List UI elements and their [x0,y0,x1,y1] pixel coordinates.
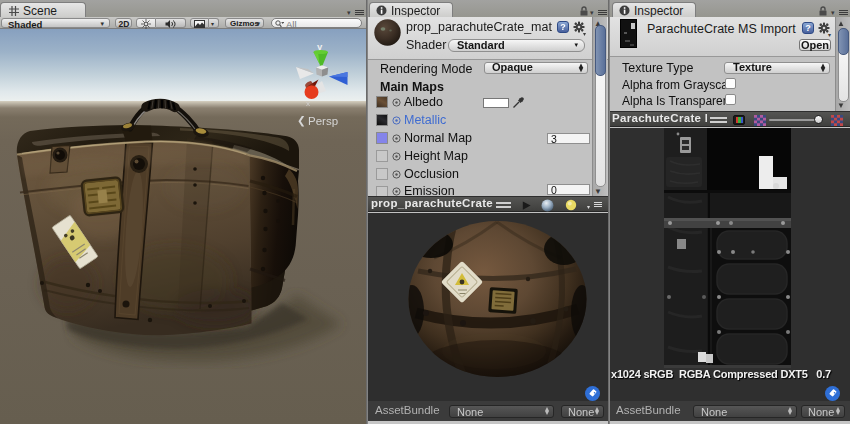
svg-text:x: x [306,98,310,107]
svg-text:❮: ❮ [297,114,306,127]
svg-text:Persp: Persp [308,114,338,126]
